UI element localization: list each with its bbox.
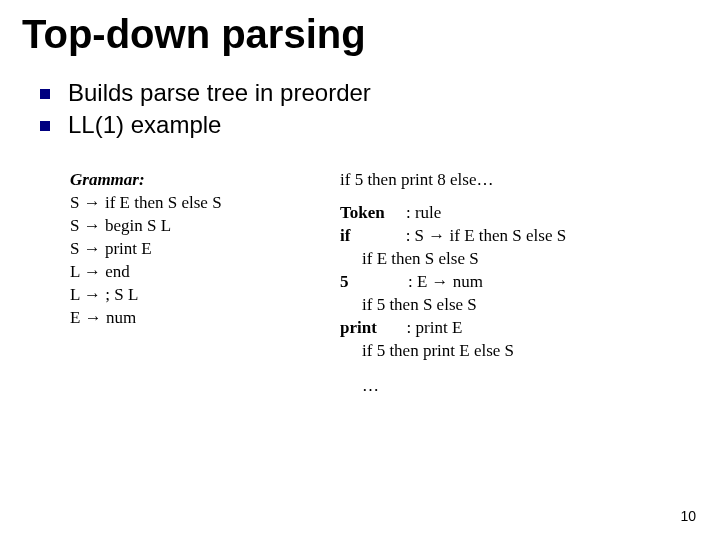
trace-header-rule: : rule: [406, 203, 441, 222]
bullet-text: Builds parse tree in preorder: [68, 79, 371, 107]
square-bullet-icon: [40, 89, 50, 99]
slide: Top-down parsing Builds parse tree in pr…: [0, 0, 720, 540]
trace-token: print: [340, 318, 377, 337]
square-bullet-icon: [40, 121, 50, 131]
trace-rule: : print E: [407, 318, 463, 337]
grammar-rule: S → begin S L: [70, 215, 300, 238]
trace-derivation: if 5 then print E else S: [362, 340, 698, 363]
trace-derivation: if 5 then S else S: [362, 294, 698, 317]
bullet-text: LL(1) example: [68, 111, 221, 139]
trace-step: if : S → if E then S else S: [340, 225, 698, 248]
trace-token: if: [340, 226, 350, 245]
bullet-item: Builds parse tree in preorder: [40, 79, 698, 107]
trace-header-token: Token: [340, 203, 385, 222]
trace-rule: : S → if E then S else S: [406, 226, 567, 245]
trace-input: if 5 then print 8 else…: [340, 169, 698, 192]
page-number: 10: [680, 508, 696, 524]
trace-column: if 5 then print 8 else… Token : rule if …: [340, 169, 698, 397]
bullet-list: Builds parse tree in preorder LL(1) exam…: [40, 79, 698, 139]
grammar-rule: E → num: [70, 307, 300, 330]
bullet-item: LL(1) example: [40, 111, 698, 139]
trace-derivation: if E then S else S: [362, 248, 698, 271]
grammar-rule: L → end: [70, 261, 300, 284]
content-columns: Grammar: S → if E then S else S S → begi…: [70, 169, 698, 397]
trace-header: Token : rule: [340, 202, 698, 225]
trace-token: 5: [340, 272, 349, 291]
trace-step: 5 : E → num: [340, 271, 698, 294]
grammar-rule: S → print E: [70, 238, 300, 261]
trace-step: print : print E: [340, 317, 698, 340]
slide-title: Top-down parsing: [22, 12, 698, 57]
trace-rule: : E → num: [408, 272, 483, 291]
trace-ellipsis: …: [362, 375, 698, 398]
grammar-rule: S → if E then S else S: [70, 192, 300, 215]
grammar-rule: L → ; S L: [70, 284, 300, 307]
grammar-column: Grammar: S → if E then S else S S → begi…: [70, 169, 300, 397]
grammar-heading: Grammar:: [70, 169, 300, 192]
